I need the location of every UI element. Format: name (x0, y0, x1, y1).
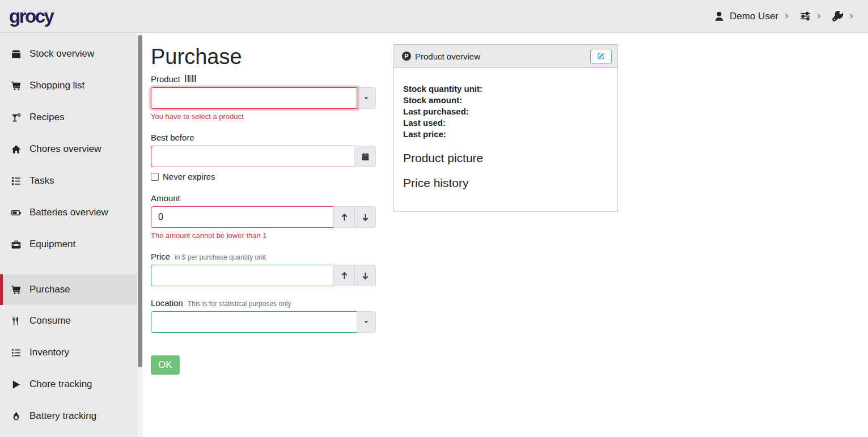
sidebar-item-purchase[interactable]: Purchase (0, 274, 143, 305)
sidebar-item-label: Inventory (29, 347, 69, 358)
sidebar-item-stock-overview[interactable]: Stock overview (0, 38, 143, 70)
navbar-right: Demo User (704, 11, 854, 22)
toolbox-icon (11, 240, 24, 249)
panel-body: Stock quantity unit: Stock amount: Last … (394, 68, 617, 211)
chevron-right-icon (816, 12, 822, 20)
top-navbar: grocy Demo User (0, 0, 868, 33)
sidebar-item-recipes[interactable]: Recipes (0, 101, 143, 133)
sidebar-item-label: Recipes (29, 112, 64, 123)
sidebar-item-consume[interactable]: Consume (0, 305, 143, 337)
admin-menu[interactable] (832, 11, 854, 22)
calendar-button[interactable] (354, 146, 376, 167)
sidebar-item-inventory[interactable]: Inventory (0, 337, 143, 368)
sidebar-item-label: Purchase (29, 284, 70, 295)
user-icon (714, 11, 725, 22)
location-input[interactable] (151, 311, 357, 333)
sidebar-item-equipment[interactable]: Equipment (0, 228, 143, 260)
product-dropdown-button[interactable] (357, 87, 376, 109)
purchase-form: Purchase Product (151, 44, 376, 375)
grocy-logo[interactable]: grocy (9, 6, 53, 27)
location-hint: This is for statistical purposes only (188, 300, 291, 308)
stock-quantity-unit-label: Stock quantity unit: (403, 83, 608, 95)
sidebar-item-label: Tasks (29, 175, 54, 186)
panel-title-text: Product overview (415, 52, 480, 61)
settings-menu[interactable] (800, 11, 822, 22)
edit-product-button[interactable] (590, 49, 612, 64)
amount-label: Amount (151, 193, 180, 203)
best-before-input[interactable] (151, 146, 355, 167)
product-circle-icon: P (402, 52, 411, 61)
amount-error: The amount cannot be lower than 1 (151, 231, 376, 240)
last-price-label: Last price: (403, 129, 608, 140)
sidebar-item-label: Chore tracking (29, 379, 92, 390)
product-picture-heading: Product picture (403, 151, 608, 165)
stock-amount-label: Stock amount: (403, 95, 608, 106)
barcode-icon (185, 75, 200, 82)
user-name: Demo User (730, 11, 778, 22)
price-decrement-button[interactable] (354, 265, 376, 286)
cocktail-icon (11, 113, 24, 122)
sidebar: Stock overview Shopping list Recipes Cho… (0, 33, 143, 437)
sliders-icon (800, 11, 811, 22)
last-used-label: Last used: (403, 117, 608, 129)
product-overview-panel: P Product overview Stock quantity unit: … (393, 44, 618, 375)
box-icon (11, 49, 24, 59)
sidebar-item-tasks[interactable]: Tasks (0, 165, 143, 197)
battery-icon (11, 208, 24, 218)
location-dropdown-button[interactable] (357, 311, 376, 333)
cart-icon (11, 285, 24, 295)
price-label: Price (151, 252, 170, 261)
wrench-icon (832, 11, 843, 22)
sidebar-item-label: Chores overview (29, 143, 101, 155)
sidebar-item-shopping-list[interactable]: Shopping list (0, 70, 143, 101)
chevron-right-icon (848, 12, 854, 20)
amount-group: Amount The amount cannot be lower than 1 (151, 193, 376, 240)
utensils-icon (11, 316, 24, 326)
price-hint: in $ per purchase quantity unit (175, 253, 266, 261)
location-label: Location (151, 298, 183, 308)
never-expires-row: Never expires (151, 172, 376, 181)
price-increment-button[interactable] (333, 265, 355, 286)
best-before-group: Best before Never expires (151, 133, 376, 181)
location-group: Location This is for statistical purpose… (151, 298, 376, 333)
sidebar-item-label: Stock overview (29, 48, 94, 60)
play-icon (11, 380, 24, 389)
sidebar-item-label: Equipment (29, 239, 75, 250)
flame-icon (11, 411, 24, 421)
never-expires-checkbox[interactable] (151, 173, 159, 181)
sidebar-item-chores-overview[interactable]: Chores overview (0, 133, 143, 165)
sidebar-item-label: Battery tracking (29, 410, 96, 422)
amount-input[interactable] (151, 206, 334, 228)
never-expires-label: Never expires (163, 172, 215, 181)
best-before-label: Best before (151, 133, 194, 142)
panel-header: P Product overview (394, 45, 617, 68)
sidebar-item-batteries-overview[interactable]: Batteries overview (0, 197, 143, 228)
product-group: Product You have to select a product (151, 74, 376, 121)
user-menu[interactable]: Demo User (714, 11, 790, 22)
sidebar-item-label: Batteries overview (29, 207, 108, 218)
product-input[interactable] (151, 87, 357, 109)
home-icon (11, 145, 24, 154)
product-error: You have to select a product (151, 112, 376, 121)
sidebar-item-label: Consume (29, 315, 71, 326)
product-label: Product (151, 74, 180, 84)
sidebar-item-label: Shopping list (29, 80, 84, 91)
price-history-heading: Price history (403, 176, 608, 190)
price-group: Price in $ per purchase quantity unit (151, 252, 376, 286)
list-icon (11, 348, 24, 358)
sidebar-item-chore-tracking[interactable]: Chore tracking (0, 368, 143, 400)
page-title: Purchase (151, 44, 376, 69)
chevron-right-icon (784, 12, 790, 20)
amount-increment-button[interactable] (333, 206, 355, 228)
tasks-icon (11, 176, 24, 186)
cart-icon (11, 81, 24, 91)
sidebar-scrollbar-thumb[interactable] (138, 35, 142, 367)
main-content: Purchase Product (143, 33, 868, 437)
last-purchased-label: Last purchased: (403, 106, 608, 117)
amount-decrement-button[interactable] (354, 206, 376, 228)
ok-button[interactable]: OK (151, 355, 180, 375)
sidebar-item-battery-tracking[interactable]: Battery tracking (0, 400, 143, 432)
price-input[interactable] (151, 265, 334, 286)
